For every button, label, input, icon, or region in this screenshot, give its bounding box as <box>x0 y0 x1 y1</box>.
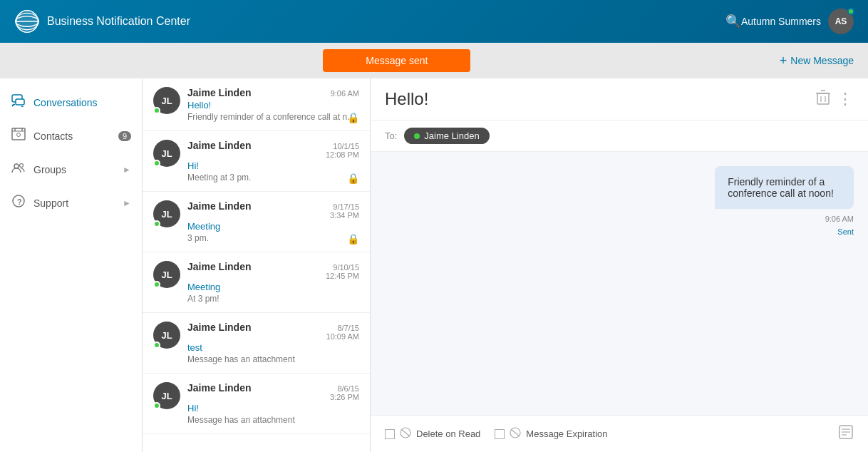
conv-time-4: 10:09 AM <box>326 332 359 341</box>
conversation-item-2[interactable]: JL Jaime Linden 9/17/15 3:34 PM Meeting … <box>143 192 370 252</box>
message-expiration-checkbox[interactable] <box>495 429 505 439</box>
recipient-online-dot <box>414 133 420 139</box>
to-row: To: Jaime Linden <box>371 120 868 152</box>
conv-avatar-5: JL <box>153 382 180 409</box>
message-bubble: Friendly reminder of a conference call a… <box>715 166 854 209</box>
groups-chevron-icon: ► <box>123 165 131 175</box>
logo-area: Business Notification Center <box>14 9 711 34</box>
conv-online-1 <box>153 160 160 167</box>
svg-rect-6 <box>16 99 24 105</box>
conversation-item-5[interactable]: JL Jaime Linden 8/6/15 3:26 PM Hi! Messa… <box>143 374 370 434</box>
support-label: Support <box>33 197 68 209</box>
sidebar-item-support[interactable]: ? Support ► <box>0 186 142 220</box>
conv-subject-3: Meeting <box>187 282 359 292</box>
conversation-item-4[interactable]: JL Jaime Linden 8/7/15 10:09 AM test Mes… <box>143 313 370 374</box>
conv-preview-5: Message has an attachment <box>187 415 359 425</box>
app-title: Business Notification Center <box>47 15 190 28</box>
conv-avatar-3: JL <box>153 261 180 288</box>
conv-preview-1: Meeting at 3 pm. <box>187 173 359 183</box>
conv-avatar-0: JL <box>153 87 180 114</box>
message-actions: ⋮ <box>816 90 854 109</box>
message-expiration-icon <box>509 427 522 441</box>
conv-online-4 <box>153 341 160 349</box>
svg-text:?: ? <box>17 197 22 206</box>
footer-options-row: Delete on Read Message Expiration <box>385 424 854 443</box>
delete-on-read-icon <box>399 427 412 441</box>
search-icon[interactable]: 🔍 <box>725 14 741 29</box>
svg-line-22 <box>401 429 410 436</box>
svg-line-24 <box>511 429 520 436</box>
main-layout: Conversations Contacts 9 <box>0 78 868 452</box>
conv-preview-0: Friendly reminder of a conference call a… <box>187 112 359 122</box>
message-text: Friendly reminder of a conference call a… <box>728 176 834 199</box>
conv-body-1: Jaime Linden 10/1/15 12:08 PM Hi! Meetin… <box>187 140 359 183</box>
conv-name-5: Jaime Linden <box>187 382 251 394</box>
delete-on-read-item[interactable]: Delete on Read <box>385 427 480 441</box>
message-header: Hello! ⋮ <box>371 78 868 120</box>
plus-icon: + <box>780 53 787 68</box>
sidebar: Conversations Contacts 9 <box>0 78 143 452</box>
support-icon: ? <box>11 195 26 211</box>
conv-body-4: Jaime Linden 8/7/15 10:09 AM test Messag… <box>187 322 359 364</box>
sidebar-item-contacts[interactable]: Contacts 9 <box>0 119 142 153</box>
svg-rect-7 <box>12 128 25 140</box>
conv-online-0 <box>153 107 160 114</box>
username-label: Autumn Summers <box>741 16 821 27</box>
message-sent-banner: Message sent <box>323 49 470 72</box>
message-content-area: Friendly reminder of a conference call a… <box>371 152 868 415</box>
conversation-item-3[interactable]: JL Jaime Linden 9/10/15 12:45 PM Meeting… <box>143 252 370 313</box>
recipient-chip: Jaime Linden <box>404 128 489 144</box>
conv-body-5: Jaime Linden 8/6/15 3:26 PM Hi! Message … <box>187 382 359 425</box>
delete-on-read-label: Delete on Read <box>416 428 480 439</box>
online-indicator <box>847 8 854 15</box>
conv-name-4: Jaime Linden <box>187 322 251 333</box>
conv-online-5 <box>153 402 160 409</box>
delete-message-button[interactable] <box>816 90 830 109</box>
conv-date-4: 8/7/15 <box>326 324 359 332</box>
conversation-item-0[interactable]: JL Jaime Linden 9:06 AM Hello! Friendly … <box>143 78 370 131</box>
to-label: To: <box>385 130 397 141</box>
avatar: AS <box>828 9 854 34</box>
support-chevron-icon: ► <box>123 198 131 208</box>
more-options-button[interactable]: ⋮ <box>837 90 854 108</box>
contacts-badge: 9 <box>118 131 131 141</box>
conv-preview-4: Message has an attachment <box>187 354 359 364</box>
conv-subject-0: Hello! <box>187 100 359 111</box>
svg-point-11 <box>17 133 21 137</box>
lock-icon-2: 🔒 <box>347 233 359 245</box>
top-header: Business Notification Center 🔍 Autumn Su… <box>0 0 868 43</box>
conv-avatar-2: JL <box>153 200 180 227</box>
delete-on-read-checkbox[interactable] <box>385 429 395 439</box>
conv-body-3: Jaime Linden 9/10/15 12:45 PM Meeting At… <box>187 261 359 304</box>
notification-bar: Message sent + New Message <box>0 43 868 78</box>
conv-body-2: Jaime Linden 9/17/15 3:34 PM Meeting 3 p… <box>187 200 359 243</box>
conv-time-0: 9:06 AM <box>331 89 359 98</box>
message-panel: Hello! ⋮ To: Jaime Linden <box>371 78 868 452</box>
new-message-button[interactable]: + New Message <box>780 53 854 68</box>
conv-subject-5: Hi! <box>187 403 359 414</box>
conversations-icon <box>11 94 26 111</box>
conv-subject-2: Meeting <box>187 221 359 232</box>
message-title: Hello! <box>385 89 428 109</box>
message-status: Sent <box>837 227 854 236</box>
conv-name-1: Jaime Linden <box>187 140 251 151</box>
sidebar-item-conversations[interactable]: Conversations <box>0 86 142 119</box>
svg-point-13 <box>20 164 24 168</box>
conv-preview-3: At 3 pm! <box>187 294 359 304</box>
contacts-icon <box>11 128 26 144</box>
conv-name-0: Jaime Linden <box>187 87 251 98</box>
conv-time-5: 3:26 PM <box>330 393 359 401</box>
conversation-item-1[interactable]: JL Jaime Linden 10/1/15 12:08 PM Hi! Mee… <box>143 131 370 192</box>
compose-button[interactable] <box>838 424 854 443</box>
message-expiration-item[interactable]: Message Expiration <box>495 427 607 441</box>
att-logo-icon <box>14 9 40 34</box>
lock-icon-0: 🔒 <box>347 112 359 123</box>
new-message-label: New Message <box>790 55 854 66</box>
groups-icon <box>11 161 26 178</box>
conv-subject-4: test <box>187 342 359 353</box>
user-area: Autumn Summers AS <box>741 9 854 34</box>
conversations-list: JL Jaime Linden 9:06 AM Hello! Friendly … <box>143 78 371 452</box>
svg-point-12 <box>14 164 19 168</box>
sidebar-item-groups[interactable]: Groups ► <box>0 153 142 186</box>
conv-name-2: Jaime Linden <box>187 200 251 212</box>
